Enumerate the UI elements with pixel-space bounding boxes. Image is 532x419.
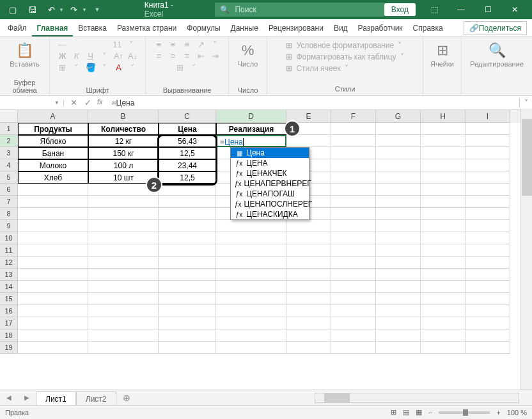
cell[interactable] [88, 281, 159, 293]
cell[interactable] [421, 257, 465, 269]
row-header[interactable]: 18 [0, 329, 18, 342]
row-header[interactable]: 6 [0, 184, 18, 196]
cell[interactable] [286, 220, 331, 232]
cell[interactable]: Количество [88, 123, 159, 135]
cell[interactable] [88, 257, 159, 269]
cell[interactable] [376, 171, 421, 184]
col-header[interactable]: I [465, 110, 510, 123]
col-header[interactable]: H [421, 110, 465, 123]
zoom-in-icon[interactable]: + [496, 409, 500, 416]
cell[interactable] [159, 232, 216, 244]
cell[interactable] [331, 342, 376, 354]
tab-review[interactable]: Рецензировани [263, 20, 329, 36]
cell[interactable] [216, 329, 286, 342]
cell[interactable] [376, 184, 421, 196]
col-header[interactable]: F [331, 110, 376, 123]
cell[interactable] [421, 293, 465, 305]
row-header[interactable]: 11 [0, 244, 18, 257]
cell[interactable] [331, 159, 376, 171]
cell[interactable] [421, 171, 465, 184]
cell[interactable] [376, 147, 421, 159]
col-header[interactable]: C [159, 110, 216, 123]
cell[interactable] [159, 220, 216, 232]
row-header[interactable]: 15 [0, 293, 18, 305]
tab-home[interactable]: Главная [32, 20, 74, 36]
cell[interactable] [331, 220, 376, 232]
cell[interactable] [421, 208, 465, 220]
paste-button[interactable]: 📋 Вставить [6, 40, 43, 70]
autocomplete-item[interactable]: ƒxЦЕНАПОГАШ [231, 189, 309, 199]
cell[interactable] [376, 305, 421, 317]
cell[interactable]: Цена [159, 123, 216, 135]
chevron-down-icon[interactable]: ▼ [54, 100, 59, 106]
cell[interactable] [465, 342, 510, 354]
row-header[interactable]: 3 [0, 147, 18, 159]
cell[interactable] [88, 232, 159, 244]
share-button[interactable]: 🔗 Поделиться [464, 21, 527, 35]
autosave-icon[interactable]: ▢ [4, 2, 22, 17]
cell[interactable] [18, 293, 88, 305]
cell[interactable] [159, 305, 216, 317]
row-header[interactable]: 5 [0, 171, 18, 184]
cell[interactable] [465, 317, 510, 329]
cell[interactable] [88, 342, 159, 354]
cell[interactable] [421, 159, 465, 171]
cell[interactable] [376, 244, 421, 257]
format-as-table[interactable]: ⊞ Форматировать как таблицу ˅ [286, 51, 403, 63]
cell[interactable] [421, 269, 465, 281]
cell[interactable] [88, 208, 159, 220]
row-header[interactable]: 4 [0, 159, 18, 171]
cell[interactable] [465, 135, 510, 147]
cell[interactable]: 12,5 [159, 171, 216, 184]
cell[interactable] [216, 342, 286, 354]
cell[interactable] [331, 184, 376, 196]
row-header[interactable]: 19 [0, 342, 18, 354]
cell[interactable]: Молоко [18, 159, 88, 171]
cell[interactable] [465, 244, 510, 257]
cell[interactable] [465, 147, 510, 159]
col-header[interactable]: G [376, 110, 421, 123]
cell[interactable] [18, 220, 88, 232]
cell[interactable] [465, 305, 510, 317]
cell[interactable]: 100 л [88, 159, 159, 171]
cell[interactable] [18, 342, 88, 354]
cell[interactable] [376, 196, 421, 208]
cell[interactable]: Яблоко [18, 135, 88, 147]
cell[interactable] [18, 196, 88, 208]
row-header[interactable]: 2 [0, 135, 18, 147]
row-header[interactable]: 9 [0, 220, 18, 232]
row-header[interactable]: 8 [0, 208, 18, 220]
col-header[interactable]: D [216, 110, 286, 123]
enter-formula-icon[interactable]: ✓ [81, 98, 95, 107]
cell[interactable] [465, 184, 510, 196]
cell[interactable] [18, 244, 88, 257]
cell[interactable] [331, 293, 376, 305]
autocomplete-item[interactable]: ƒxЦЕНА [231, 158, 309, 168]
cell[interactable] [216, 220, 286, 232]
formula-autocomplete[interactable]: ▦ЦенаƒxЦЕНАƒxЦЕНАКЧЕКƒxЦЕНАПЕРВНЕРЕГƒxЦЕ… [230, 147, 309, 220]
row-header[interactable]: 14 [0, 281, 18, 293]
cell[interactable] [465, 281, 510, 293]
worksheet-grid[interactable]: A B C D E F G H I 1ПродуктыКоличествоЦен… [0, 110, 532, 354]
cell[interactable] [286, 281, 331, 293]
sheet-tab[interactable]: Лист2 [76, 391, 116, 406]
cell[interactable] [421, 147, 465, 159]
conditional-formatting[interactable]: ⊞ Условное форматирование ˅ [286, 40, 403, 51]
cell[interactable] [88, 293, 159, 305]
cell[interactable] [18, 269, 88, 281]
sheet-nav-prev-icon[interactable]: ◀ [0, 394, 18, 401]
expand-formula-icon[interactable]: ˅ [519, 99, 532, 107]
redo-icon[interactable]: ↷ [65, 2, 83, 17]
cell[interactable] [159, 293, 216, 305]
cell[interactable] [465, 208, 510, 220]
cell[interactable]: 56,43 [159, 135, 216, 147]
autocomplete-item[interactable]: ƒxЦЕНАКЧЕК [231, 168, 309, 178]
cell[interactable] [421, 196, 465, 208]
cell[interactable] [465, 171, 510, 184]
add-sheet-icon[interactable]: ⊕ [116, 393, 137, 403]
formula-input[interactable]: =Цена [108, 99, 519, 107]
cell[interactable] [18, 329, 88, 342]
row-header[interactable]: 7 [0, 196, 18, 208]
cell[interactable] [376, 329, 421, 342]
tab-layout[interactable]: Разметка страни [112, 20, 182, 36]
